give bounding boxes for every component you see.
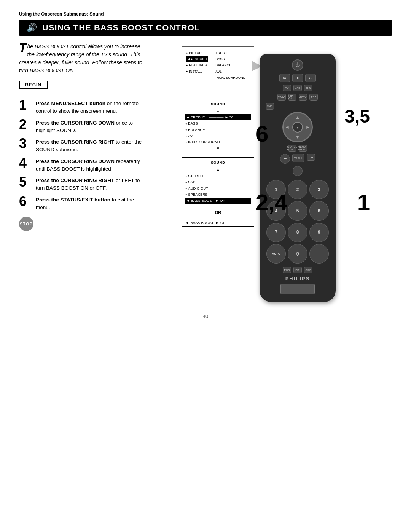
bullet-picture: ● xyxy=(186,51,188,56)
main-menu-right: TREBLE BASS BALANCE AVL INCR. SURROUND xyxy=(215,50,245,81)
active-button[interactable]: ACTV xyxy=(299,94,307,101)
content-area: The BASS BOOST control allows you to inc… xyxy=(19,43,392,302)
aux-button[interactable]: AUX xyxy=(304,85,312,91)
submenu-sap: ● SAP xyxy=(185,179,251,185)
up-arrow-1: ▲ xyxy=(185,108,251,114)
btn-5[interactable]: 5 xyxy=(288,201,307,220)
pip-on-button[interactable]: PIP ON xyxy=(288,94,296,101)
right-bass: BASS xyxy=(215,56,245,62)
features-label: FEATURES xyxy=(189,62,207,68)
badge-1: 1 xyxy=(357,191,370,214)
step-2-bold: Press the CURSOR RING DOWN xyxy=(36,120,115,126)
left-column: The BASS BOOST control allows you to inc… xyxy=(19,43,148,302)
btn-6[interactable]: 6 xyxy=(309,201,329,220)
step-5: 5 Press the CURSOR RING RIGHT or LEFT to… xyxy=(19,177,148,192)
btn-auto[interactable]: AUTO xyxy=(266,244,286,264)
step-6-content: Press the STATUS/EXIT button to exit the… xyxy=(36,196,148,212)
btn-0[interactable]: 0 xyxy=(288,244,307,264)
forward-button[interactable]: ⏭ xyxy=(305,74,316,82)
volume-up-button[interactable]: + xyxy=(280,154,290,164)
remote-container: 6 3,5 2,4 1 ⏻ ⏮ ⏸ ⏭ xyxy=(260,54,366,302)
btn-3[interactable]: 3 xyxy=(309,180,329,199)
step-1-bold: Press MENU/SELECT button xyxy=(36,101,105,106)
page-footer: 40 xyxy=(19,313,392,319)
freeze-button[interactable]: FRZ xyxy=(309,94,318,101)
bb-off-arrow-right: ► xyxy=(215,220,219,225)
bass-boost-off-box: ◄ BASS BOOST ► OFF xyxy=(182,219,254,227)
step-1-content: Press MENU/SELECT button on the remote c… xyxy=(36,100,148,115)
swap-button[interactable]: SWAP xyxy=(277,94,286,101)
cursor-center-icon: ● xyxy=(296,125,299,129)
submenu-speakers: ● SPEAKERS xyxy=(185,192,251,198)
step-6-bold: Press the STATUS/EXIT button xyxy=(36,197,110,203)
arrow-sound: ◄► xyxy=(187,56,194,62)
main-menu-inner: ● PICTURE ◄► SOUND ● FEATURES xyxy=(186,50,250,81)
cursor-left-arrow[interactable]: ◄ xyxy=(285,125,290,130)
tv-button[interactable]: TV xyxy=(283,85,291,91)
steps-list: 1 Press MENU/SELECT button on the remote… xyxy=(19,100,148,211)
status-exit-row: STATUS EXIT MENU SELECT xyxy=(263,145,332,152)
begin-section: BEGIN xyxy=(19,81,148,94)
cursor-right-arrow[interactable]: ► xyxy=(306,125,310,130)
main-menu-left: ● PICTURE ◄► SOUND ● FEATURES xyxy=(186,50,208,81)
bb-off-arrow-left: ◄ xyxy=(185,220,189,225)
step-4-bold: Press the CURSOR RING DOWN xyxy=(36,158,115,164)
status-exit-button[interactable]: STATUS EXIT xyxy=(288,145,296,152)
mute-button[interactable]: MUTE xyxy=(292,154,304,162)
cursor-ring[interactable]: ▲ ▼ ◄ ► ● xyxy=(282,112,313,142)
treble-bar-vis: ———— xyxy=(209,114,223,120)
bb-arrow-left: ◄ xyxy=(186,198,190,204)
rewind-button[interactable]: ⏮ xyxy=(279,74,290,82)
bullet-stereo: ● xyxy=(185,174,187,178)
step-2: 2 Press the CURSOR RING DOWN once to hig… xyxy=(19,119,148,135)
cursor-center-button[interactable]: ● xyxy=(292,122,303,133)
position-button[interactable]: POS xyxy=(283,267,291,273)
sound-row: SND xyxy=(263,103,332,110)
menu-select-button[interactable]: MENU SELECT xyxy=(299,145,307,152)
sound-button[interactable]: SND xyxy=(266,103,274,110)
function-row-2: SWAP PIP ON ACTV FRZ xyxy=(263,94,332,101)
pip-move-button[interactable]: PIP xyxy=(293,267,302,273)
ch-button[interactable]: CH xyxy=(307,154,315,161)
volume-down-button[interactable]: − xyxy=(293,166,303,176)
bullet-audio-out: ● xyxy=(185,186,187,191)
power-button[interactable]: ⏻ xyxy=(292,59,303,71)
btn-7[interactable]: 7 xyxy=(266,223,286,242)
play-pause-button[interactable]: ⏸ xyxy=(292,74,303,82)
speakers-label: SPEAKERS xyxy=(188,192,207,198)
submenu-bass: ● BASS xyxy=(185,120,251,126)
step-3-bold: Press the CURSOR RING RIGHT xyxy=(36,139,114,145)
vcr-button[interactable]: VCR xyxy=(293,85,302,91)
btn-prev[interactable]: ← xyxy=(309,244,329,264)
surround-label: INCR. SURROUND xyxy=(188,139,220,145)
submenu-treble-selected: ◄ TREBLE ———— ► 30 xyxy=(185,114,251,120)
sound-label: SOUND xyxy=(195,56,207,62)
bullet-install: ● xyxy=(186,69,188,74)
up-arrow-2: ▲ xyxy=(185,166,251,173)
treble-arrow-left: ◄ xyxy=(186,114,190,120)
cursor-down-arrow[interactable]: ▼ xyxy=(295,134,300,140)
submenu-stereo: ● STEREO xyxy=(185,173,251,179)
sound-submenu-1: SOUND ▲ ◄ TREBLE ———— ► 30 ● BASS ● BAL xyxy=(182,99,254,154)
step-3: 3 Press the CURSOR RING RIGHT to enter t… xyxy=(19,138,148,154)
pip-size-button[interactable]: SIZE xyxy=(304,267,312,273)
bullet-features: ● xyxy=(186,63,188,68)
btn-8[interactable]: 8 xyxy=(288,223,307,242)
step-6-number: 6 xyxy=(19,195,33,208)
intro-text: The BASS BOOST control allows you to inc… xyxy=(19,43,148,75)
cursor-up-arrow[interactable]: ▲ xyxy=(295,115,300,120)
step-5-bold: Press the CURSOR RING RIGHT xyxy=(36,177,114,183)
bullet-balance: ● xyxy=(185,128,187,132)
bb-off-value: OFF xyxy=(220,220,228,225)
menu-picture: ● PICTURE xyxy=(186,50,208,56)
step-4: 4 Press the CURSOR RING DOWN repeatedly … xyxy=(19,158,148,173)
bullet-surround: ● xyxy=(185,140,187,144)
badge-6: 6 xyxy=(256,123,268,145)
step-4-content: Press the CURSOR RING DOWN repeatedly un… xyxy=(36,158,148,173)
bb-label: BASS BOOST xyxy=(191,198,214,204)
treble-label: TREBLE xyxy=(191,114,205,120)
btn-9[interactable]: 9 xyxy=(309,223,329,242)
btn-2[interactable]: 2 xyxy=(288,180,307,199)
sap-label: SAP xyxy=(188,179,195,185)
submenu-audio-out: ● AUDIO OUT xyxy=(185,185,251,192)
